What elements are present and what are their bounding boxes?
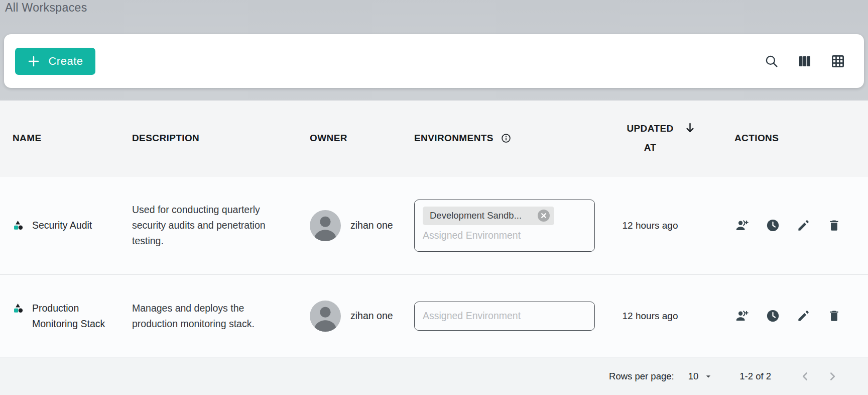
remove-environment-icon[interactable] <box>537 209 550 222</box>
caret-down-icon <box>703 371 713 381</box>
add-user-icon[interactable] <box>735 309 749 323</box>
column-header-environments: ENVIRONMENTS <box>402 133 607 144</box>
rows-per-page-select[interactable]: 10 <box>688 371 714 382</box>
workspace-name: Production Monitoring Stack <box>32 301 108 332</box>
column-header-name: NAME <box>0 133 120 144</box>
column-header-updated-at-label: UPDATED AT <box>627 123 673 153</box>
table-row: Security Audit Used for conducting quart… <box>0 176 868 274</box>
column-header-actions: ACTIONS <box>693 133 868 144</box>
column-header-environments-label: ENVIRONMENTS <box>414 133 493 144</box>
environment-chip-label: Development Sandb... <box>430 210 522 221</box>
updated-at-value: 12 hours ago <box>607 275 693 357</box>
view-columns-icon[interactable] <box>797 53 813 69</box>
environments-placeholder[interactable]: Assigned Environment <box>423 310 521 322</box>
create-button[interactable]: Create <box>15 48 95 75</box>
column-header-updated-at: UPDATED AT <box>607 119 693 157</box>
owner-avatar <box>310 301 341 332</box>
column-header-owner: OWNER <box>297 133 402 144</box>
sort-descending-icon <box>683 121 697 135</box>
column-header-description: DESCRIPTION <box>120 133 297 144</box>
workspace-description: Manages and deploys the production monit… <box>132 301 279 332</box>
edit-icon[interactable] <box>797 309 810 323</box>
updated-at-value: 12 hours ago <box>607 176 693 274</box>
workspace-icon <box>13 220 24 231</box>
chevron-right-icon[interactable] <box>826 370 839 383</box>
toolbar-right-icons <box>764 53 846 69</box>
environments-select[interactable]: Assigned Environment <box>414 302 595 331</box>
info-icon[interactable] <box>501 133 512 144</box>
owner-name: zihan one <box>350 220 393 231</box>
delete-icon[interactable] <box>827 309 841 323</box>
updated-at-sort-control[interactable]: UPDATED AT <box>621 119 680 157</box>
environments-select[interactable]: Development Sandb... Assigned Environmen… <box>414 200 595 252</box>
rows-per-page-value: 10 <box>688 371 699 382</box>
history-icon[interactable] <box>766 309 780 323</box>
environments-placeholder[interactable]: Assigned Environment <box>423 230 586 241</box>
owner-name: zihan one <box>350 310 393 322</box>
search-icon[interactable] <box>764 53 780 69</box>
workspace-name: Security Audit <box>32 218 92 233</box>
table-row: Production Monitoring Stack Manages and … <box>0 274 868 357</box>
pagination-range: 1-2 of 2 <box>739 371 771 382</box>
chevron-left-icon[interactable] <box>799 370 812 383</box>
environment-chip: Development Sandb... <box>423 207 554 225</box>
table-header: NAME DESCRIPTION OWNER ENVIRONMENTS UPDA… <box>0 101 868 176</box>
top-band: All Workspaces Create <box>0 0 868 101</box>
rows-per-page-label: Rows per page: <box>609 371 674 382</box>
add-user-icon[interactable] <box>735 219 749 232</box>
toolbar: Create <box>4 34 864 88</box>
grid-view-icon[interactable] <box>830 53 846 69</box>
table-pagination: Rows per page: 10 1-2 of 2 <box>0 357 868 395</box>
create-button-label: Create <box>48 55 83 68</box>
plus-icon <box>27 55 40 68</box>
workspace-icon <box>13 303 24 314</box>
workspace-description: Used for conducting quarterly security a… <box>132 202 279 249</box>
owner-avatar <box>310 210 341 241</box>
delete-icon[interactable] <box>827 219 841 232</box>
history-icon[interactable] <box>766 219 780 232</box>
edit-icon[interactable] <box>797 219 810 232</box>
page-title: All Workspaces <box>5 1 87 15</box>
